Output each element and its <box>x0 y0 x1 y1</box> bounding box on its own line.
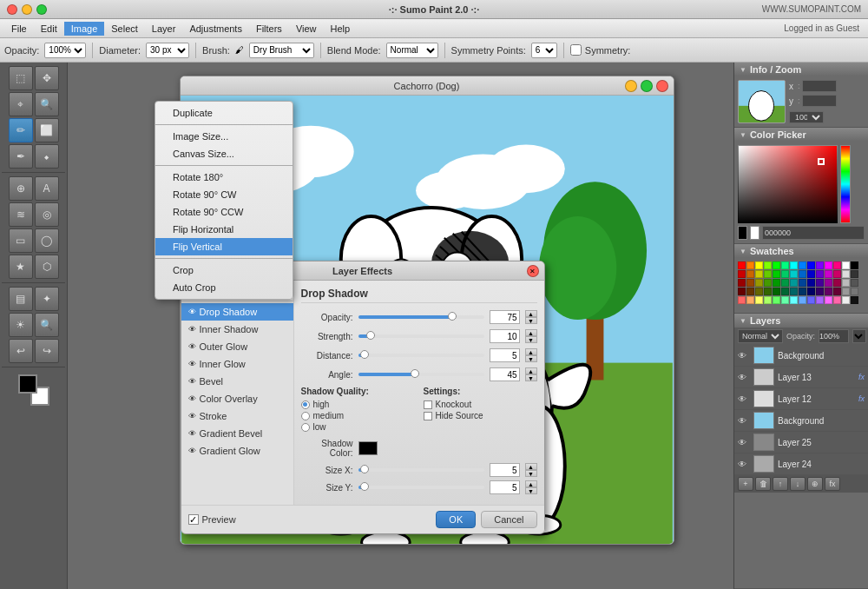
opacity-select[interactable]: 100% <box>44 43 86 58</box>
swatch-cell[interactable] <box>738 296 746 304</box>
size-y-step-up[interactable]: ▲ <box>525 480 537 487</box>
distance-stepper[interactable]: ▲ ▼ <box>525 348 537 362</box>
menu-image[interactable]: Image <box>64 22 105 36</box>
swatch-cell[interactable] <box>773 270 780 278</box>
swatch-cell[interactable] <box>825 279 832 287</box>
y-coord-input[interactable] <box>802 95 837 107</box>
distance-slider[interactable] <box>358 354 484 357</box>
swatch-cell[interactable] <box>790 279 798 287</box>
swatch-cell[interactable] <box>755 279 763 287</box>
swatch-cell[interactable] <box>799 270 806 278</box>
swatch-cell[interactable] <box>781 270 789 278</box>
size-y-value-input[interactable] <box>490 480 520 494</box>
swatch-cell[interactable] <box>799 288 806 295</box>
swatch-cell[interactable] <box>825 270 832 278</box>
canvas-close-btn[interactable] <box>656 80 668 92</box>
distance-slider-thumb[interactable] <box>360 350 369 359</box>
menu-help[interactable]: Help <box>324 22 358 36</box>
menu-rotate-cw[interactable]: Rotate 90° CW <box>155 186 293 203</box>
angle-stepper[interactable]: ▲ ▼ <box>525 367 537 381</box>
swatch-cell[interactable] <box>746 279 754 287</box>
swatch-cell[interactable] <box>816 288 824 295</box>
close-button[interactable] <box>7 4 17 15</box>
rect-shape-tool[interactable]: ▭ <box>9 228 33 253</box>
swatch-cell[interactable] <box>816 279 824 287</box>
size-y-stepper[interactable]: ▲ ▼ <box>525 480 537 494</box>
merge-layer-btn[interactable]: ⊕ <box>807 477 823 491</box>
minimize-button[interactable] <box>22 4 32 15</box>
menu-view[interactable]: View <box>289 22 324 36</box>
layers-opacity-stepper[interactable] <box>852 329 866 343</box>
strength-slider-thumb[interactable] <box>366 331 375 340</box>
size-y-step-down[interactable]: ▼ <box>525 487 537 494</box>
swatch-cell[interactable] <box>755 270 763 278</box>
swatch-cell[interactable] <box>807 261 815 269</box>
color-hex-input[interactable] <box>762 226 865 240</box>
fg-color-preview[interactable] <box>738 226 747 240</box>
fill-tool[interactable]: ⬥ <box>35 144 59 169</box>
swatch-cell[interactable] <box>755 261 763 269</box>
swatch-cell[interactable] <box>833 279 841 287</box>
pencil-tool[interactable]: ✒ <box>9 144 33 169</box>
strength-value-input[interactable] <box>490 329 520 343</box>
size-y-slider-thumb[interactable] <box>360 482 369 491</box>
move-layer-up-btn[interactable]: ↑ <box>773 477 788 491</box>
swatch-cell[interactable] <box>833 288 841 295</box>
layer-visibility-icon[interactable]: 👁 <box>738 394 750 404</box>
layer-visibility-icon[interactable]: 👁 <box>738 460 750 469</box>
opacity-value-input[interactable] <box>490 310 520 324</box>
swatch-cell[interactable] <box>816 270 824 278</box>
swatch-cell[interactable] <box>807 296 815 304</box>
swatch-cell[interactable] <box>851 261 858 269</box>
preview-checkbox[interactable]: ✓ <box>188 514 199 525</box>
effect-inner-shadow[interactable]: 👁 Inner Shadow <box>181 321 293 338</box>
strength-step-down[interactable]: ▼ <box>525 336 537 343</box>
swatch-cell[interactable] <box>851 279 858 287</box>
angle-slider[interactable] <box>358 373 484 376</box>
select-tool[interactable]: ⬚ <box>9 66 33 90</box>
swatch-cell[interactable] <box>851 270 858 278</box>
swatch-cell[interactable] <box>755 288 763 295</box>
delete-layer-btn[interactable]: 🗑 <box>755 477 771 491</box>
size-x-stepper[interactable]: ▲ ▼ <box>525 463 537 477</box>
effect-drop-shadow[interactable]: 👁 Drop Shadow <box>181 303 293 321</box>
knockout-checkbox[interactable] <box>424 400 432 409</box>
swatch-cell[interactable] <box>851 288 858 295</box>
effect-inner-glow[interactable]: 👁 Inner Glow <box>181 355 293 373</box>
layer-row[interactable]: 👁Layer 24 <box>734 453 868 475</box>
layer-visibility-icon[interactable]: 👁 <box>738 351 750 361</box>
swatch-cell[interactable] <box>833 270 841 278</box>
swatch-cell[interactable] <box>790 288 798 295</box>
menu-filters[interactable]: Filters <box>249 22 289 36</box>
swatch-cell[interactable] <box>799 296 806 304</box>
angle-step-up[interactable]: ▲ <box>525 367 537 374</box>
strength-stepper[interactable]: ▲ ▼ <box>525 329 537 343</box>
fg-bg-swatches[interactable] <box>18 374 49 406</box>
menu-canvas-size[interactable]: Canvas Size... <box>155 145 293 162</box>
swatch-cell[interactable] <box>833 261 841 269</box>
undo-tool[interactable]: ↩ <box>9 339 33 363</box>
zoom-select[interactable]: 100 % <box>789 111 824 123</box>
move-tool[interactable]: ✥ <box>35 66 59 90</box>
eraser-tool[interactable]: ⬜ <box>35 118 59 142</box>
star-tool[interactable]: ★ <box>9 255 33 279</box>
layer-row[interactable]: 👁Background <box>734 345 868 367</box>
blur-tool[interactable]: ◎ <box>35 202 59 227</box>
symmetry-checkbox[interactable] <box>570 44 582 56</box>
swatch-cell[interactable] <box>781 261 789 269</box>
opacity-step-down[interactable]: ▼ <box>525 317 537 324</box>
swatch-cell[interactable] <box>807 288 815 295</box>
hue-slider[interactable] <box>840 145 851 223</box>
swatch-cell[interactable] <box>773 296 780 304</box>
layer-fx-btn[interactable]: fx <box>825 477 840 491</box>
quality-high-radio[interactable] <box>301 400 310 409</box>
size-x-slider-thumb[interactable] <box>360 465 369 473</box>
layer-row[interactable]: 👁Background <box>734 410 868 432</box>
swatch-cell[interactable] <box>781 296 789 304</box>
swatch-cell[interactable] <box>799 279 806 287</box>
x-coord-input[interactable] <box>802 80 837 92</box>
layer-visibility-icon[interactable]: 👁 <box>738 438 750 447</box>
opacity-step-up[interactable]: ▲ <box>525 310 537 317</box>
swatch-cell[interactable] <box>825 296 832 304</box>
hide-source-checkbox[interactable] <box>424 412 432 420</box>
